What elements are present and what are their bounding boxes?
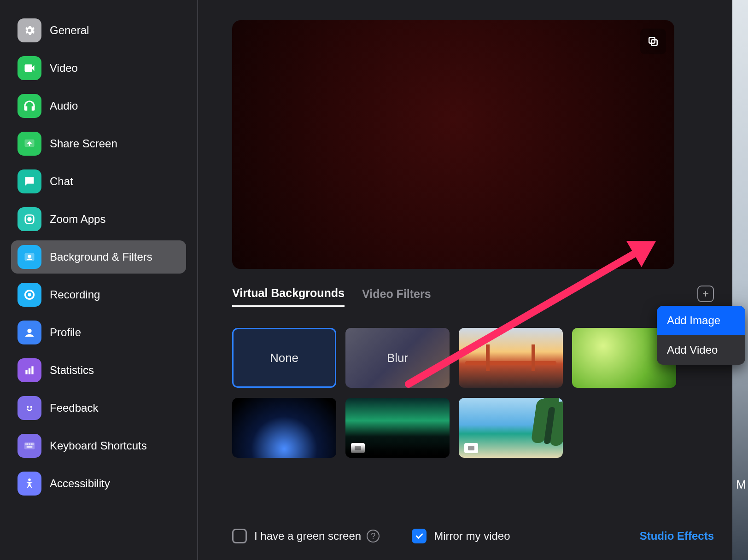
svg-rect-10 bbox=[31, 366, 33, 374]
video-preview bbox=[232, 20, 674, 269]
background-filters-icon bbox=[18, 245, 41, 269]
add-background-button[interactable] bbox=[697, 286, 714, 302]
green-screen-label: I have a green screen bbox=[254, 530, 361, 542]
bg-tile-golden-gate[interactable] bbox=[459, 328, 563, 388]
bg-tile-beach[interactable] bbox=[459, 398, 563, 458]
sidebar-item-share-screen[interactable]: Share Screen bbox=[11, 127, 186, 160]
svg-point-12 bbox=[27, 406, 29, 408]
sidebar-item-label: Keyboard Shortcuts bbox=[50, 439, 147, 452]
sidebar-item-general[interactable]: General bbox=[11, 14, 186, 47]
tab-virtual-backgrounds[interactable]: Virtual Backgrounds bbox=[232, 286, 345, 307]
share-screen-icon bbox=[18, 132, 41, 156]
desktop-background-sliver: M bbox=[732, 0, 748, 560]
apps-icon bbox=[18, 207, 41, 231]
svg-rect-14 bbox=[24, 443, 35, 449]
sidebar-item-chat[interactable]: Chat bbox=[11, 165, 186, 198]
smile-icon bbox=[18, 396, 41, 420]
sidebar-item-label: Video bbox=[50, 62, 78, 75]
svg-point-21 bbox=[28, 478, 31, 481]
profile-icon bbox=[18, 321, 41, 344]
bridge-graphic bbox=[465, 361, 557, 365]
sidebar-item-feedback[interactable]: Feedback bbox=[11, 391, 186, 425]
green-screen-checkbox[interactable] bbox=[232, 529, 247, 543]
sidebar-item-recording[interactable]: Recording bbox=[11, 278, 186, 311]
sidebar-item-label: Audio bbox=[50, 99, 78, 112]
bottom-options: I have a green screen ? Mirror my video … bbox=[232, 529, 714, 543]
desktop-char: M bbox=[736, 478, 746, 492]
svg-rect-19 bbox=[32, 443, 34, 445]
svg-point-2 bbox=[28, 218, 31, 221]
svg-rect-17 bbox=[29, 443, 30, 445]
menu-add-video[interactable]: Add Video bbox=[657, 335, 745, 365]
bg-tile-label: Blur bbox=[387, 351, 408, 365]
mirror-video-checkbox[interactable] bbox=[412, 529, 427, 543]
settings-window: General Video Audio Share Screen Chat bbox=[0, 0, 748, 560]
svg-rect-20 bbox=[27, 446, 33, 448]
bg-tile-aurora[interactable] bbox=[345, 398, 450, 458]
sidebar-item-label: Chat bbox=[50, 175, 73, 188]
sidebar-item-label: Accessibility bbox=[50, 477, 110, 490]
sidebar-item-background-filters[interactable]: Background & Filters bbox=[11, 240, 186, 274]
bg-tile-blur[interactable]: Blur bbox=[345, 328, 450, 388]
sidebar-item-accessibility[interactable]: Accessibility bbox=[11, 467, 186, 500]
sidebar-item-label: Statistics bbox=[50, 364, 94, 377]
sidebar-item-keyboard-shortcuts[interactable]: Keyboard Shortcuts bbox=[11, 429, 186, 462]
svg-rect-18 bbox=[31, 443, 32, 445]
sidebar-item-audio[interactable]: Audio bbox=[11, 89, 186, 122]
sidebar-item-label: Recording bbox=[50, 288, 100, 301]
bg-tile-earth[interactable] bbox=[232, 398, 336, 458]
sidebar-item-label: Feedback bbox=[50, 402, 98, 414]
chat-icon bbox=[18, 169, 41, 193]
bg-tile-label: None bbox=[270, 351, 298, 365]
main-panel: Virtual Backgrounds Video Filters None B… bbox=[198, 0, 748, 560]
stats-icon bbox=[18, 358, 41, 382]
menu-add-image[interactable]: Add Image bbox=[657, 306, 745, 335]
svg-point-13 bbox=[30, 406, 32, 408]
sidebar-item-label: General bbox=[50, 24, 89, 37]
tab-video-filters[interactable]: Video Filters bbox=[362, 287, 431, 306]
sidebar-item-label: Zoom Apps bbox=[50, 213, 105, 226]
svg-point-6 bbox=[28, 293, 31, 296]
bridge-graphic bbox=[532, 344, 535, 371]
bridge-graphic bbox=[486, 344, 490, 371]
svg-rect-8 bbox=[25, 370, 27, 374]
help-icon[interactable]: ? bbox=[367, 530, 380, 542]
sidebar-item-zoom-apps[interactable]: Zoom Apps bbox=[11, 203, 186, 236]
gear-icon bbox=[18, 18, 41, 42]
svg-rect-9 bbox=[29, 368, 30, 374]
svg-rect-16 bbox=[27, 443, 29, 445]
svg-rect-15 bbox=[25, 443, 27, 445]
sidebar-item-label: Profile bbox=[50, 326, 81, 339]
svg-point-4 bbox=[28, 255, 31, 258]
sidebar-item-profile[interactable]: Profile bbox=[11, 316, 186, 349]
accessibility-icon bbox=[18, 472, 41, 496]
video-icon bbox=[18, 56, 41, 80]
video-icon bbox=[464, 443, 478, 453]
add-menu-popup: Add Image Add Video bbox=[657, 306, 745, 365]
record-icon bbox=[18, 283, 41, 307]
bg-tile-none[interactable]: None bbox=[232, 328, 336, 388]
headphones-icon bbox=[18, 94, 41, 118]
sidebar-item-video[interactable]: Video bbox=[11, 52, 186, 85]
keyboard-icon bbox=[18, 434, 41, 458]
sidebar-item-statistics[interactable]: Statistics bbox=[11, 354, 186, 387]
sidebar-item-label: Background & Filters bbox=[50, 251, 152, 263]
video-icon bbox=[351, 443, 365, 453]
svg-point-7 bbox=[27, 329, 31, 333]
mirror-video-label: Mirror my video bbox=[434, 530, 510, 542]
studio-effects-link[interactable]: Studio Effects bbox=[640, 530, 714, 542]
bg-tabs: Virtual Backgrounds Video Filters bbox=[232, 286, 714, 307]
settings-sidebar: General Video Audio Share Screen Chat bbox=[0, 0, 198, 560]
rotate-button[interactable] bbox=[640, 29, 666, 54]
sidebar-item-label: Share Screen bbox=[50, 137, 117, 150]
